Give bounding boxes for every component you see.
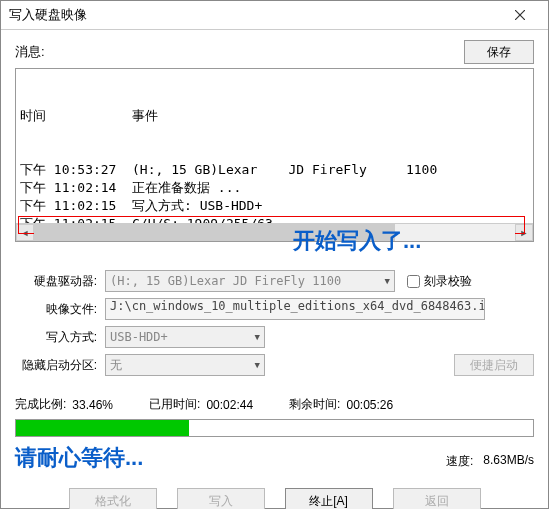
client-area: 消息: 保存 时间 事件 下午 10:53:27(H:, 15 GB)Lexar… xyxy=(1,30,548,509)
write-mode-value: USB-HDD+ xyxy=(110,330,168,344)
window-title: 写入硬盘映像 xyxy=(9,6,500,24)
drive-value: (H:, 15 GB)Lexar JD FireFly 1100 xyxy=(110,274,341,288)
drive-dropdown[interactable]: (H:, 15 GB)Lexar JD FireFly 1100 ▼ xyxy=(105,270,395,292)
convenient-boot-button[interactable]: 便捷启动 xyxy=(454,354,534,376)
write-mode-dropdown[interactable]: USB-HDD+ ▼ xyxy=(105,326,265,348)
burn-verify-input[interactable] xyxy=(407,275,420,288)
remain-value: 00:05:26 xyxy=(346,398,393,412)
log-event: (H:, 15 GB)Lexar JD FireFly 1100 xyxy=(132,161,437,179)
pct-value: 33.46% xyxy=(72,398,113,412)
log-event: 正在准备数据 ... xyxy=(132,179,241,197)
stop-button[interactable]: 终止[A] xyxy=(285,488,373,509)
log-event: 写入方式: USB-HDD+ xyxy=(132,197,262,215)
log-listbox[interactable]: 时间 事件 下午 10:53:27(H:, 15 GB)Lexar JD Fir… xyxy=(15,68,534,242)
save-button[interactable]: 保存 xyxy=(464,40,534,64)
log-time: 下午 11:02:15 xyxy=(20,215,132,223)
log-row[interactable]: 下午 11:02:14正在准备数据 ... xyxy=(20,179,529,197)
drive-label: 硬盘驱动器: xyxy=(15,273,97,290)
chevron-down-icon: ▼ xyxy=(255,360,260,370)
log-content: 时间 事件 下午 10:53:27(H:, 15 GB)Lexar JD Fir… xyxy=(16,69,533,223)
speed-value: 8.63MB/s xyxy=(483,453,534,470)
image-file-field[interactable]: J:\cn_windows_10_multiple_editions_x64_d… xyxy=(105,298,485,320)
scroll-right-icon[interactable]: ► xyxy=(515,224,533,241)
scroll-track[interactable] xyxy=(34,224,515,241)
titlebar[interactable]: 写入硬盘映像 xyxy=(1,1,548,30)
progress-fill xyxy=(16,420,189,436)
annotation-started: 开始写入了... xyxy=(293,226,421,256)
message-label: 消息: xyxy=(15,43,464,61)
remain-label: 剩余时间: xyxy=(289,396,340,413)
log-event: C/H/S: 1909/255/63 xyxy=(132,215,273,223)
pct-label: 完成比例: xyxy=(15,396,66,413)
log-row[interactable]: 下午 10:53:27(H:, 15 GB)Lexar JD FireFly 1… xyxy=(20,161,529,179)
close-button[interactable] xyxy=(500,1,540,29)
log-time: 下午 10:53:27 xyxy=(20,161,132,179)
log-row[interactable]: 下午 11:02:15C/H/S: 1909/255/63 xyxy=(20,215,529,223)
image-label: 映像文件: xyxy=(15,301,97,318)
chevron-down-icon: ▼ xyxy=(385,276,390,286)
format-button[interactable]: 格式化 xyxy=(69,488,157,509)
burn-verify-label: 刻录校验 xyxy=(424,273,472,290)
speed-label: 速度: xyxy=(446,453,473,470)
log-col-event: 事件 xyxy=(132,107,158,125)
write-button[interactable]: 写入 xyxy=(177,488,265,509)
hidden-label: 隐藏启动分区: xyxy=(15,357,97,374)
hidden-dropdown[interactable]: 无 ▼ xyxy=(105,354,265,376)
hidden-value: 无 xyxy=(110,357,122,374)
log-col-time: 时间 xyxy=(20,107,132,125)
write-mode-label: 写入方式: xyxy=(15,329,97,346)
scroll-left-icon[interactable]: ◄ xyxy=(16,224,34,241)
burn-verify-checkbox[interactable]: 刻录校验 xyxy=(407,273,472,290)
log-time: 下午 11:02:15 xyxy=(20,197,132,215)
log-row[interactable]: 下午 11:02:15写入方式: USB-HDD+ xyxy=(20,197,529,215)
back-button[interactable]: 返回 xyxy=(393,488,481,509)
dialog-window: 写入硬盘映像 消息: 保存 时间 事件 下午 10:53:27(H:, 15 G… xyxy=(0,0,549,509)
log-time: 下午 11:02:14 xyxy=(20,179,132,197)
close-icon xyxy=(515,10,525,20)
elapsed-label: 已用时间: xyxy=(149,396,200,413)
elapsed-value: 00:02:44 xyxy=(206,398,253,412)
progress-bar xyxy=(15,419,534,437)
horizontal-scrollbar[interactable]: ◄ ► xyxy=(16,223,533,241)
chevron-down-icon: ▼ xyxy=(255,332,260,342)
